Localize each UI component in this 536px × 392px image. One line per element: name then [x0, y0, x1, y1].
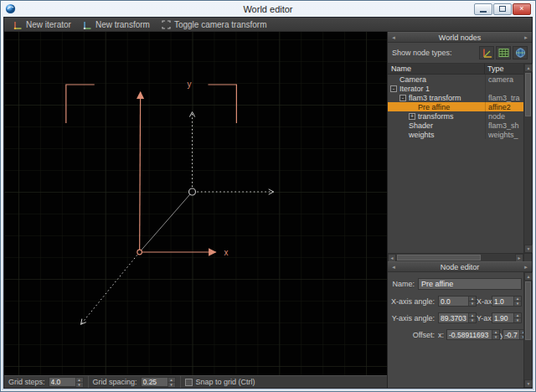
new-transform-icon [83, 20, 92, 29]
offset-y-value[interactable] [503, 330, 519, 339]
scrollbar-thumb[interactable] [525, 73, 531, 116]
spin-down-icon[interactable]: ▾ [514, 318, 521, 322]
new-iterator-label: New iterator [26, 20, 71, 29]
row-type [485, 84, 523, 93]
row-type: affine2 [485, 102, 523, 111]
x-axis-angle-value[interactable] [439, 297, 468, 306]
toggle-camera-transform-button[interactable]: Toggle camera transform [157, 19, 271, 30]
tree-row-pre-affine[interactable]: Pre affine affine2 [388, 102, 523, 111]
new-transform-label: New transform [95, 20, 150, 29]
y-axis-angle-input[interactable]: ▴ ▾ [438, 312, 477, 323]
world-nodes-tree: Name Type Camera camera - [388, 63, 532, 261]
collapse-right-icon[interactable]: ► [523, 34, 528, 42]
world-nodes-title: World nodes [439, 34, 481, 42]
node-editor-panel: Name: X-axis angle: ▴ ▾ [388, 272, 532, 388]
statusbar-separator [180, 376, 181, 388]
y-axis-angle-label: Y-axis angle: [389, 314, 438, 322]
y-axis-length-value[interactable] [492, 313, 513, 322]
tree-expander-icon[interactable]: + [409, 113, 415, 120]
row-label: Shader [409, 121, 433, 130]
grid-steps-input[interactable]: ▴ ▾ [49, 377, 84, 387]
row-label: flam3 transform [409, 94, 461, 102]
grid-steps-value[interactable] [49, 378, 75, 386]
y-axis-length-input[interactable]: ▴ ▾ [492, 312, 522, 323]
spin-down-icon[interactable]: ▾ [514, 302, 521, 306]
show-node-types-label: Show node types: [392, 49, 452, 57]
grid-spacing-label: Grid spacing: [93, 378, 137, 386]
x-axis-length-value[interactable] [492, 297, 513, 306]
row-type: weights_ [485, 130, 523, 139]
scroll-down-icon[interactable]: ▼ [524, 379, 533, 388]
scrollbar-thumb[interactable] [397, 255, 481, 260]
snap-to-grid-checkbox[interactable] [185, 379, 193, 386]
spin-down-icon[interactable]: ▾ [168, 383, 175, 387]
grid-spacing-input[interactable]: ▴ ▾ [141, 377, 176, 387]
spin-down-icon[interactable]: ▾ [469, 302, 476, 306]
node-type-filter-axes-button[interactable] [479, 46, 494, 59]
offset-x-label: x: [438, 331, 446, 339]
close-icon: × [519, 5, 523, 13]
spin-down-icon[interactable]: ▾ [492, 335, 499, 339]
collapse-left-icon[interactable]: ◄ [391, 263, 396, 271]
scroll-down-icon[interactable]: ▼ [524, 245, 533, 253]
new-iterator-button[interactable]: New iterator [9, 19, 75, 30]
name-label: Name: [389, 280, 418, 288]
scroll-up-icon[interactable]: ▲ [524, 272, 533, 281]
show-node-types-row: Show node types: [388, 43, 532, 63]
world-nodes-header[interactable]: ◄ World nodes ► [388, 32, 532, 43]
world-editor-window: World editor × New iterator [0, 0, 536, 392]
scrollbar-thumb[interactable] [525, 281, 531, 340]
spin-down-icon[interactable]: ▾ [76, 383, 83, 387]
window-title: World editor [1, 4, 535, 14]
tree-horizontal-scrollbar[interactable]: ◄ ► [388, 253, 523, 261]
new-iterator-icon [13, 20, 23, 29]
titlebar[interactable]: World editor × [1, 1, 535, 17]
statusbar-separator [88, 376, 89, 388]
toolbar: New iterator New transform Toggle camera… [4, 18, 532, 32]
row-label: Camera [399, 75, 426, 84]
scroll-up-icon[interactable]: ▲ [524, 64, 533, 72]
maximize-button[interactable] [493, 3, 512, 15]
collapse-left-icon[interactable]: ◄ [391, 34, 396, 42]
toggle-camera-transform-icon [162, 20, 171, 29]
node-type-filter-grid-button[interactable] [496, 46, 511, 59]
row-label: weights [409, 131, 435, 139]
node-editor-title: Node editor [441, 263, 480, 271]
x-axis-length-label: X-axis length: [477, 297, 492, 306]
tree-expander-icon[interactable]: - [390, 85, 397, 92]
name-input[interactable] [418, 278, 522, 290]
x-axis-length-input[interactable]: ▴ ▾ [492, 296, 522, 307]
tree-row-transforms[interactable]: + transforms node [388, 111, 523, 121]
y-axis-angle-value[interactable] [439, 313, 468, 322]
offset-x-value[interactable] [447, 330, 492, 339]
close-button[interactable]: × [513, 3, 531, 15]
x-axis-angle-label: X-axis angle: [389, 297, 438, 306]
tree-vertical-scrollbar[interactable]: ▲ ▼ [523, 64, 532, 253]
grid-spacing-value[interactable] [142, 378, 168, 386]
node-handle[interactable] [189, 188, 196, 195]
offset-label: Offset: [389, 331, 438, 339]
tree-row-flam3-transform[interactable]: - flam3 transform flam3_tra [388, 93, 523, 102]
row-type: flam3_tra [485, 93, 523, 102]
tree-row-shader[interactable]: Shader flam3_sh [388, 121, 523, 130]
node-editor-vertical-scrollbar[interactable]: ▲ ▼ [523, 272, 532, 388]
tree-header: Name Type [388, 64, 523, 75]
grid-steps-label: Grid steps: [8, 378, 45, 386]
tree-row-iterator-1[interactable]: - Iterator 1 [388, 84, 523, 93]
offset-x-input[interactable]: ▴ ▾ [446, 329, 500, 340]
row-label: Pre affine [418, 103, 450, 111]
new-transform-button[interactable]: New transform [79, 19, 154, 30]
column-header-type[interactable]: Type [485, 64, 523, 74]
column-header-name[interactable]: Name [388, 64, 485, 74]
viewport[interactable]: y x [4, 32, 387, 375]
tree-row-camera[interactable]: Camera camera [388, 75, 523, 84]
affine-origin-handle[interactable] [137, 250, 142, 255]
tree-row-weights[interactable]: weights weights_ [388, 130, 523, 139]
minimize-button[interactable] [474, 3, 492, 15]
collapse-right-icon[interactable]: ► [523, 263, 528, 271]
tree-expander-icon[interactable]: - [399, 95, 406, 101]
x-axis-angle-input[interactable]: ▴ ▾ [438, 296, 477, 307]
node-type-filter-globe-button[interactable] [513, 46, 528, 59]
node-editor-header[interactable]: ◄ Node editor ► [388, 261, 532, 272]
spin-down-icon[interactable]: ▾ [469, 318, 476, 322]
